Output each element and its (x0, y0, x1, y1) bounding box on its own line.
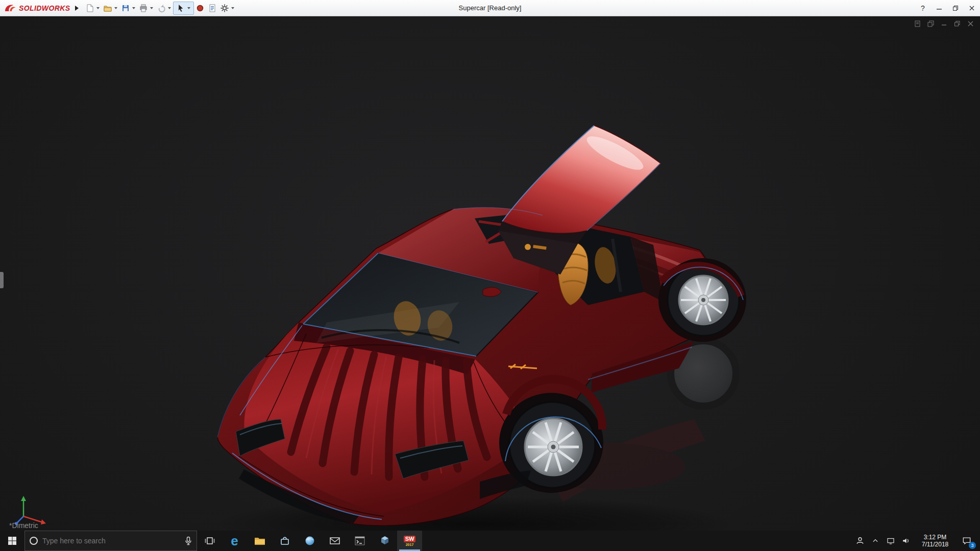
solidworks-logo: SOLIDWORKS (0, 4, 74, 13)
window-controls: ? (915, 0, 980, 16)
solidworks-app-icon: SW 2017 (404, 536, 416, 546)
orientation-triad[interactable] (15, 496, 46, 525)
cortana-icon (29, 536, 38, 545)
select-tool-button[interactable] (175, 2, 187, 14)
print-button[interactable] (137, 2, 150, 14)
notification-badge: 3 (969, 542, 976, 549)
minimize-icon (936, 5, 942, 11)
doc-restore-icon (954, 20, 961, 27)
doc-close-icon (967, 20, 974, 27)
edge-button[interactable]: e (222, 531, 247, 551)
titlebar: SOLIDWORKS (0, 0, 980, 16)
new-document-button[interactable] (84, 2, 96, 14)
speaker-icon (901, 536, 911, 545)
edge-icon: e (231, 534, 238, 547)
doc-page-icon (914, 20, 921, 27)
windows-logo-icon (8, 536, 17, 545)
file-explorer-icon (254, 535, 266, 546)
select-cursor-icon (176, 4, 185, 13)
volume-button[interactable] (898, 531, 914, 551)
system-tray: 3:12 PM 7/11/2018 3 (852, 531, 980, 551)
cube-app-icon (379, 535, 391, 547)
rear-wheel (658, 258, 746, 342)
options-button[interactable] (218, 2, 231, 14)
taskbar-search[interactable] (24, 531, 197, 551)
quick-access-toolbar (84, 2, 236, 15)
doc-minimize-icon (941, 20, 947, 27)
document-window-controls (913, 19, 975, 28)
clock-date: 7/11/2018 (914, 541, 957, 548)
store-bag-icon (279, 535, 290, 546)
action-center-button[interactable]: 3 (957, 531, 977, 551)
doc-new-window-button[interactable] (913, 19, 922, 28)
save-floppy-icon (121, 4, 130, 13)
new-caret-icon[interactable] (96, 7, 100, 9)
command-prompt-icon (354, 535, 366, 547)
start-button[interactable] (0, 531, 24, 551)
help-button[interactable]: ? (915, 0, 931, 16)
menu-flyout-arrow-icon[interactable] (75, 6, 79, 11)
options-gear-icon (220, 4, 229, 13)
maximize-button[interactable] (947, 0, 964, 16)
new-document-icon (85, 4, 94, 13)
chevron-up-icon (872, 537, 879, 544)
file-explorer-button[interactable] (247, 531, 272, 551)
taskbar: e (0, 531, 980, 551)
select-caret-icon[interactable] (187, 7, 190, 9)
task-view-icon (204, 535, 216, 546)
doc-restore-button[interactable] (952, 19, 962, 28)
minimize-button[interactable] (931, 0, 947, 16)
options-caret-icon[interactable] (231, 7, 234, 9)
network-button[interactable] (883, 531, 898, 551)
undo-caret-icon[interactable] (168, 7, 171, 9)
store-button[interactable] (272, 531, 297, 551)
rebuild-icon (195, 4, 205, 13)
mail-icon (329, 535, 341, 546)
save-button[interactable] (119, 2, 132, 14)
people-icon (855, 536, 865, 546)
task-view-button[interactable] (197, 531, 222, 551)
command-prompt-button[interactable] (347, 531, 372, 551)
doc-cascade-button[interactable] (926, 19, 935, 28)
file-properties-button[interactable] (206, 2, 218, 14)
microphone-icon[interactable] (184, 536, 192, 545)
people-button[interactable] (852, 531, 868, 551)
brand-name: SOLIDWORKS (19, 4, 70, 12)
save-caret-icon[interactable] (132, 7, 135, 9)
undo-icon (157, 4, 166, 13)
featuremanager-flyout-tab[interactable] (0, 272, 4, 288)
globe-app-button[interactable] (297, 531, 322, 551)
undo-button[interactable] (155, 2, 167, 14)
search-input[interactable] (42, 537, 180, 545)
open-caret-icon[interactable] (114, 7, 117, 9)
ds-logo-icon (4, 4, 16, 13)
cube-app-button[interactable] (372, 531, 397, 551)
file-properties-icon (208, 4, 217, 13)
select-tool-active-frame (173, 2, 194, 15)
doc-close-button[interactable] (966, 19, 975, 28)
hidden-icons-button[interactable] (868, 531, 883, 551)
rebuild-button[interactable] (194, 2, 206, 14)
doc-minimize-button[interactable] (939, 19, 948, 28)
open-button[interactable] (102, 2, 114, 14)
network-icon (886, 536, 895, 545)
clock-time: 3:12 PM (914, 534, 957, 541)
model-canvas[interactable] (0, 16, 980, 531)
open-folder-icon (103, 4, 112, 13)
restore-icon (952, 5, 959, 11)
blue-globe-icon (304, 535, 315, 546)
close-icon (969, 5, 975, 11)
solidworks-app-window: SOLIDWORKS (0, 0, 980, 551)
taskbar-clock[interactable]: 3:12 PM 7/11/2018 (914, 534, 957, 548)
view-orientation-label: *Dimetric (9, 521, 38, 530)
mail-button[interactable] (322, 531, 347, 551)
solidworks-taskbar-button[interactable]: SW 2017 (397, 531, 422, 551)
print-caret-icon[interactable] (150, 7, 153, 9)
graphics-viewport[interactable]: *Dimetric (0, 16, 980, 531)
close-button[interactable] (964, 0, 980, 16)
doc-cascade-icon (927, 20, 934, 27)
print-icon (139, 4, 148, 13)
